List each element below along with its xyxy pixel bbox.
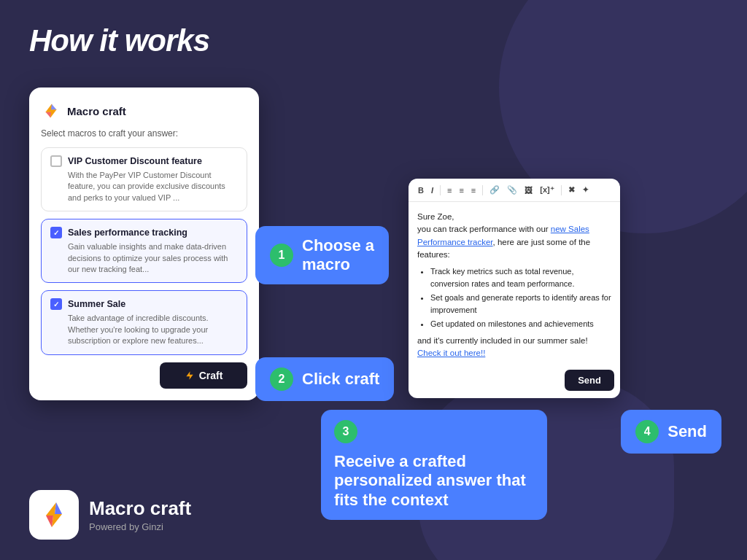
toolbar-close[interactable]: ✖ — [566, 184, 577, 195]
svg-marker-1 — [51, 104, 56, 109]
page-title: How it works — [29, 23, 209, 58]
summer-sale-link[interactable]: Check it out here!! — [417, 349, 485, 357]
toolbar-custom[interactable]: [x]⁺ — [538, 184, 556, 195]
toolbar-sep-3 — [561, 185, 562, 195]
step-1-label: Choose a macro — [302, 236, 374, 274]
checkbox-sales[interactable] — [50, 227, 62, 238]
checkbox-vip[interactable] — [50, 155, 62, 167]
card-title: Macro craft — [67, 105, 126, 117]
macro-item-sales-desc: Gain valuable insights and make data-dri… — [68, 241, 238, 275]
send-button[interactable]: Send — [565, 370, 614, 391]
macro-item-vip[interactable]: VIP Customer Discount feature With the P… — [41, 147, 247, 211]
step-3-number: 3 — [334, 420, 357, 443]
brand-text: Macro craft Powered by Ginzi — [89, 497, 191, 532]
bolt-icon — [41, 101, 61, 121]
step-2-label: Click craft — [302, 370, 379, 389]
toolbar-sep-1 — [440, 185, 441, 195]
macro-item-summer-header: Summer Sale — [50, 298, 238, 310]
step-3-label: Receive a crafted personalized answer th… — [334, 452, 534, 510]
step-4-bubble: 4 Send — [621, 410, 721, 454]
toolbar-sparkle[interactable]: ✦ — [580, 184, 591, 195]
step-4-label: Send — [667, 422, 707, 441]
step-1-bubble: 1 Choose a macro — [255, 226, 389, 284]
brand-icon-box — [29, 490, 79, 540]
toolbar-ul[interactable]: ≡ — [445, 185, 454, 195]
toolbar-ol[interactable]: ≡ — [457, 185, 465, 195]
toolbar-image[interactable]: 🖼 — [522, 185, 535, 195]
macro-item-summer[interactable]: Summer Sale Take advantage of incredible… — [41, 290, 247, 354]
macro-item-sales-name: Sales performance tracking — [68, 228, 187, 238]
editor-toolbar: B I ≡ ≡ ≡ 🔗 📎 🖼 [x]⁺ ✖ ✦ — [409, 179, 620, 202]
macro-item-vip-name: VIP Customer Discount feature — [68, 156, 202, 166]
svg-marker-2 — [46, 112, 51, 117]
step-3-bubble: 3 Receive a crafted personalized answer … — [321, 410, 547, 520]
macro-item-vip-desc: With the PayPer VIP Customer Discount fe… — [68, 170, 238, 203]
toolbar-italic[interactable]: I — [429, 185, 436, 195]
email-body-1: you can track performance with our new S… — [417, 223, 611, 261]
step-2-number: 2 — [270, 368, 293, 391]
brand-bolt-icon — [39, 499, 69, 530]
toolbar-indent[interactable]: ≡ — [469, 185, 478, 195]
macro-item-sales[interactable]: Sales performance tracking Gain valuable… — [41, 219, 247, 283]
craft-bolt-icon — [185, 370, 195, 381]
toolbar-sep-2 — [482, 185, 483, 195]
svg-marker-0 — [46, 104, 57, 117]
brand-powered: Powered by Ginzi — [89, 521, 191, 532]
toolbar-bold[interactable]: B — [416, 185, 426, 195]
toolbar-link[interactable]: 🔗 — [487, 184, 502, 195]
email-bullets: Track key metrics such as total revenue,… — [417, 265, 611, 330]
email-footer: and it's currently included in our summe… — [417, 335, 611, 360]
brand-name: Macro craft — [89, 497, 191, 520]
macro-item-sales-header: Sales performance tracking — [50, 227, 238, 238]
email-greeting: Sure Zoe, — [417, 211, 611, 223]
macro-item-summer-name: Summer Sale — [68, 299, 125, 309]
step-2-bubble: 2 Click craft — [255, 357, 394, 401]
checkbox-summer[interactable] — [50, 298, 62, 310]
editor-body[interactable]: Sure Zoe, you can track performance with… — [409, 202, 620, 365]
svg-marker-4 — [46, 502, 62, 527]
email-editor: B I ≡ ≡ ≡ 🔗 📎 🖼 [x]⁺ ✖ ✦ Sure Zoe, you c… — [409, 179, 620, 398]
step-1-number: 1 — [270, 244, 293, 267]
card-subtitle: Select macros to craft your answer: — [41, 128, 247, 139]
macro-item-vip-header: VIP Customer Discount feature — [50, 155, 238, 167]
card-header: Macro craft — [41, 101, 247, 121]
step-4-number: 4 — [635, 420, 659, 443]
craft-button[interactable]: Craft — [160, 362, 247, 389]
toolbar-attach[interactable]: 📎 — [505, 184, 519, 195]
branding-section: Macro craft Powered by Ginzi — [29, 490, 191, 540]
svg-marker-3 — [186, 371, 193, 380]
macro-craft-card: Macro craft Select macros to craft your … — [29, 88, 259, 400]
bullet-2: Set goals and generate reports to identi… — [430, 292, 611, 316]
macro-item-summer-desc: Take advantage of incredible discounts. … — [68, 313, 238, 346]
bullet-1: Track key metrics such as total revenue,… — [430, 265, 611, 289]
bullet-3: Get updated on milestones and achievemen… — [430, 318, 611, 330]
